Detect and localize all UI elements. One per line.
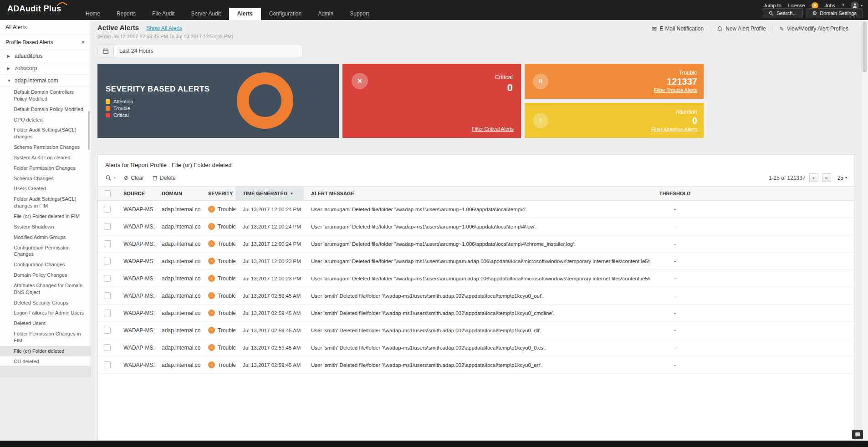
sidebar-domain-adauditplus[interactable]: ▶adauditplus [0, 50, 91, 62]
filter-critical-alerts-link[interactable]: Filter Critical Alerts [472, 126, 514, 132]
tab-configuration[interactable]: Configuration [261, 8, 310, 20]
sidebar-item-all-alerts[interactable]: All Alerts [0, 20, 91, 35]
e-mail-notification-button[interactable]: ✉E-Mail Notification [646, 25, 710, 32]
column-header-time-generated[interactable]: TIME GENERATED ▼ [235, 187, 304, 200]
sidebar-scrollbar[interactable] [88, 111, 90, 150]
sidebar-item-logon-failures-for-admin-users[interactable]: Logon Failures for Admin Users [0, 308, 91, 318]
sidebar-item-system-audit-log-cleared[interactable]: System Audit Log cleared [0, 152, 91, 163]
scrollbar-thumb[interactable] [863, 21, 867, 72]
table-row[interactable]: WADAP-MS1adap.internal.com‼TroubleJul 13… [98, 322, 854, 339]
column-header-alert-message[interactable]: ALERT MESSAGE [304, 187, 650, 200]
table-row[interactable]: WADAP-MS1adap.internal.com‼TroubleJul 13… [98, 253, 854, 270]
tab-alerts[interactable]: Alerts [229, 8, 261, 20]
tab-reports[interactable]: Reports [108, 8, 144, 20]
sidebar-item-folder-permission-changes-in-fim[interactable]: Folder Permission Changes in FIM [0, 329, 91, 346]
sidebar-item-system-shutdown[interactable]: System Shutdown [0, 222, 91, 232]
row-checkbox[interactable] [104, 275, 111, 282]
column-header-severity[interactable]: SEVERITY [201, 187, 235, 200]
tab-server-audit[interactable]: Server Audit [183, 8, 229, 20]
table-row[interactable]: WADAP-MS1adap.internal.com‼TroubleJul 13… [98, 218, 854, 235]
sidebar-footer-strip [0, 366, 91, 378]
sidebar-item-deleted-users[interactable]: Deleted Users [0, 318, 91, 329]
cell-alert-message: User 'smith' Deleted file/folder '\\wada… [304, 345, 650, 350]
next-page-button[interactable]: ▶ [809, 173, 818, 182]
cell-time-generated: Jul 13,2017 12:00:24 PM [235, 207, 304, 212]
cell-severity: ‼Trouble [201, 292, 235, 299]
table-row[interactable]: WADAP-MS1adap.internal.com‼TroubleJul 13… [98, 235, 854, 253]
table-row[interactable]: WADAP-MS1adap.internal.com‼TroubleJul 13… [98, 356, 854, 374]
trouble-label: Trouble [679, 70, 697, 76]
sidebar-item-attributes-changed-for-domain-dns-object[interactable]: Attributes Changed for Domain DNS Object [0, 280, 91, 298]
sidebar-item-gpo-deleted[interactable]: GPO deleted [0, 115, 91, 125]
jobs-link[interactable]: Jobs [825, 3, 835, 8]
show-all-alerts-link[interactable]: Show All Alerts [146, 25, 182, 31]
cell-source: WADAP-MS1 [116, 206, 154, 213]
page-scrollbar[interactable] [861, 20, 868, 441]
sidebar-item-default-domain-policy-modified[interactable]: Default Domain Policy Modified [0, 104, 91, 115]
feedback-chat-button[interactable] [852, 430, 863, 439]
sidebar: All Alerts Profile Based Alerts ▼ ▶adaud… [0, 20, 91, 441]
sidebar-domain-zohocorp[interactable]: ▶zohocorp [0, 62, 91, 75]
table-row[interactable]: WADAP-MS1adap.internal.com‼TroubleJul 13… [98, 270, 854, 287]
sidebar-item-deleted-security-groups[interactable]: Deleted Security Groups [0, 298, 91, 308]
row-checkbox[interactable] [104, 344, 111, 351]
sidebar-item-configuration-changes[interactable]: Configuration Changes [0, 259, 91, 270]
jump-to-link[interactable]: Jump to [764, 3, 781, 8]
license-link[interactable]: License [788, 3, 805, 8]
cell-threshold: - [650, 345, 700, 351]
table-row[interactable]: WADAP-MS1adap.internal.com‼TroubleJul 13… [98, 287, 854, 305]
app-logo[interactable]: ADAudit Plus [7, 4, 61, 14]
filter-attention-alerts-link[interactable]: Filter Attention Alerts [651, 127, 697, 132]
cell-severity: ‼Trouble [201, 327, 235, 334]
row-checkbox[interactable] [104, 310, 111, 316]
attention-count: 0 [692, 116, 697, 126]
select-all-checkbox[interactable] [104, 190, 111, 197]
sidebar-item-schema-changes[interactable]: Schema Changes [0, 173, 91, 184]
column-header-threshold[interactable]: THRESHOLD [650, 187, 700, 200]
column-header-source[interactable]: SOURCE [116, 187, 154, 200]
row-checkbox[interactable] [104, 240, 111, 247]
sidebar-item-configuration-permission-changes[interactable]: Configuration Permission Changes [0, 243, 91, 260]
help-link[interactable]: ? [842, 3, 844, 8]
sidebar-item-schema-permission-changes[interactable]: Schema Permission Changes [0, 142, 91, 152]
last-page-button[interactable]: ▶| [822, 173, 831, 182]
domain-label: adap.internal.com [15, 77, 58, 84]
time-period-filter[interactable]: Last 24 Hours [97, 45, 302, 57]
tab-home[interactable]: Home [77, 8, 108, 20]
view-modify-alert-profiles-button[interactable]: ✎View/Modify Alert Profiles [772, 25, 855, 32]
column-header-domain[interactable]: DOMAIN [154, 187, 201, 200]
tab-support[interactable]: Support [342, 8, 377, 20]
tab-admin[interactable]: Admin [310, 8, 342, 20]
calendar-icon[interactable] [98, 45, 114, 57]
sidebar-item-users-created[interactable]: Users Created [0, 183, 91, 194]
sidebar-item-modified-admin-groups[interactable]: Modified Admin Groups [0, 232, 91, 243]
row-checkbox[interactable] [104, 258, 111, 264]
table-row[interactable]: WADAP-MS1adap.internal.com‼TroubleJul 13… [98, 201, 854, 218]
sidebar-item-folder-audit-settings-sacl-changes-in-fim[interactable]: Folder Audit Settings(SACL) changes in F… [0, 194, 91, 211]
row-checkbox[interactable] [104, 223, 111, 230]
filter-trouble-alerts-link[interactable]: Filter Trouble Alerts [654, 87, 697, 93]
sidebar-item-file-or-folder-deleted-in-fim[interactable]: File (or) Folder deleted in FIM [0, 211, 91, 222]
row-checkbox[interactable] [104, 292, 111, 299]
table-search-button[interactable]: ▾ [105, 175, 116, 181]
row-checkbox[interactable] [104, 206, 111, 213]
clear-button[interactable]: ⊘ Clear [124, 175, 144, 181]
sidebar-item-default-domain-controllers-policy-modified[interactable]: Default Domain Controllers Policy Modifi… [0, 87, 91, 104]
tab-file-audit[interactable]: File Audit [144, 8, 183, 20]
delete-button[interactable]: Delete [152, 175, 176, 181]
domain-settings-button[interactable]: ⚙ Domain Settings [807, 8, 863, 18]
table-row[interactable]: WADAP-MS1adap.internal.com‼TroubleJul 13… [98, 339, 854, 356]
table-row[interactable]: WADAP-MS1adap.internal.com‼TroubleJul 13… [98, 305, 854, 322]
page-size-select[interactable]: 25 ▾ [837, 175, 847, 181]
new-alert-profile-button[interactable]: New Alert Profile [710, 25, 772, 32]
sidebar-domain-adap-internal-com[interactable]: ▼adap.internal.com [0, 75, 91, 87]
sidebar-item-folder-permission-changes[interactable]: Folder Permission Changes [0, 163, 91, 173]
sidebar-item-folder-audit-settings-sacl-changes[interactable]: Folder Audit Settings(SACL) changes [0, 125, 91, 142]
row-checkbox[interactable] [104, 327, 111, 334]
sidebar-item-ou-deleted[interactable]: OU deleted [0, 356, 91, 367]
search-button[interactable]: Search... [763, 8, 802, 18]
row-checkbox[interactable] [104, 361, 111, 368]
sidebar-item-file-or-folder-deleted[interactable]: File (or) Folder deleted [0, 346, 91, 356]
sidebar-section-profile-based-alerts[interactable]: Profile Based Alerts ▼ [0, 35, 91, 50]
sidebar-item-domain-policy-changes[interactable]: Domain Policy Changes [0, 270, 91, 280]
